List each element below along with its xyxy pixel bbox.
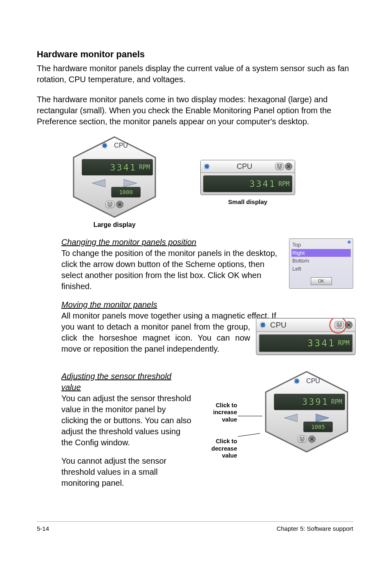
- cpu-icon: [101, 142, 108, 149]
- ok-button[interactable]: OK: [311, 277, 332, 285]
- sensor-unit: RPM: [338, 339, 350, 348]
- caption-large: Large display: [61, 221, 168, 229]
- svg-rect-5: [261, 323, 264, 327]
- sensor-value: 3341: [110, 162, 137, 173]
- click-increase-label: Click to increase value: [200, 402, 237, 423]
- cpu-icon: [203, 163, 211, 170]
- svg-marker-2: [92, 180, 105, 187]
- svg-rect-7: [295, 379, 299, 383]
- heading: Hardware monitor panels: [37, 49, 353, 60]
- leader-line: [238, 433, 260, 437]
- svg-rect-4: [205, 165, 209, 168]
- dropdown-item[interactable]: Left: [291, 265, 351, 273]
- paragraph-2: The hardware monitor panels come in two …: [37, 94, 353, 127]
- panel-label: CPU: [306, 377, 320, 386]
- subheading-moving: Moving the monitor panels: [61, 300, 157, 309]
- dropdown-indicator: [347, 240, 351, 244]
- sensor-unit: RPM: [139, 164, 150, 171]
- panel-label: CPU: [114, 142, 128, 149]
- chapter-label: Chapter 5: Software support: [276, 525, 353, 532]
- panel-label: CPU: [214, 162, 275, 171]
- svg-marker-8: [285, 414, 298, 422]
- sensor-unit: RPM: [331, 398, 342, 406]
- cpu-icon: [293, 377, 300, 385]
- panel-title: CPU: [101, 142, 128, 149]
- paragraph-1: The hardware monitor panels display the …: [37, 63, 353, 85]
- click-decrease-label: Click to decrease value: [200, 438, 237, 459]
- position-dropdown[interactable]: Top Right Bottom Left OK: [289, 238, 353, 289]
- footer-rule: [37, 521, 353, 522]
- leader-line: [238, 416, 262, 416]
- subheading-threshold: Adjusting the sensor threshold value: [61, 372, 171, 392]
- svg-marker-3: [123, 180, 137, 187]
- svg-marker-9: [316, 414, 329, 422]
- magnet-icon[interactable]: [275, 163, 284, 170]
- sensor-value: 3341: [307, 337, 335, 350]
- sensor-value: 3391: [302, 396, 329, 408]
- small-panel[interactable]: CPU 3341 RPM: [200, 160, 295, 195]
- subtext-position: To change the position of the monitor pa…: [61, 249, 277, 291]
- magnet-icon[interactable]: [105, 201, 114, 208]
- dropdown-item[interactable]: Bottom: [291, 257, 351, 265]
- sensor-unit: RPM: [278, 180, 289, 188]
- large-panel[interactable]: CPU 3341 RPM 1000: [69, 136, 159, 218]
- subheading-position: Changing the monitor panels position: [61, 238, 196, 247]
- dropdown-item[interactable]: Right: [291, 249, 351, 257]
- decrease-button[interactable]: [282, 412, 298, 424]
- subtext-threshold-1: You can adjust the sensor threshold valu…: [61, 394, 191, 447]
- highlight-circle: [329, 318, 347, 334]
- threshold-panel[interactable]: CPU 3391 RPM 1005: [262, 371, 352, 453]
- close-icon[interactable]: [116, 201, 123, 208]
- page-number: 5-14: [37, 525, 49, 532]
- subtext-threshold-2: You cannot adjust the sensor threshold v…: [61, 456, 166, 487]
- magnet-icon[interactable]: [298, 435, 307, 443]
- detach-panel[interactable]: CPU 3341 RPM: [256, 318, 356, 355]
- threshold-value: 1000: [111, 187, 141, 197]
- svg-rect-1: [103, 144, 107, 148]
- cpu-icon: [259, 321, 267, 329]
- dropdown-item[interactable]: Top: [291, 241, 351, 249]
- close-icon[interactable]: [308, 435, 316, 443]
- caption-small: Small display: [200, 198, 295, 205]
- panel-label: CPU: [270, 320, 335, 330]
- decrease-button[interactable]: [90, 177, 105, 189]
- panel-title: CPU: [293, 377, 320, 386]
- sensor-value: 3341: [249, 179, 276, 189]
- close-icon[interactable]: [285, 163, 292, 170]
- threshold-value: 1005: [303, 422, 333, 432]
